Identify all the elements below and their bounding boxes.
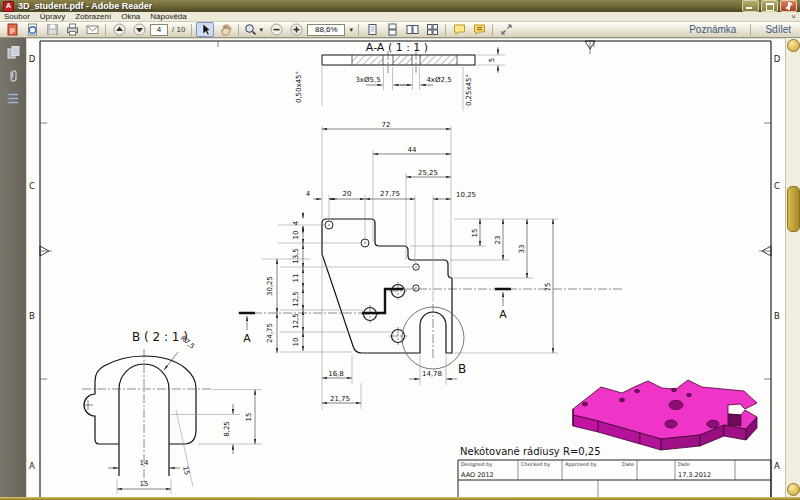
previous-page-button[interactable] (110, 22, 128, 37)
collaborate-button[interactable] (23, 22, 41, 37)
bookmarks-button[interactable] (4, 90, 22, 106)
bookmarks-icon (6, 91, 21, 106)
adobe-reader-window: A 3D_student.pdf - Adobe Reader Soubor Ú… (0, 0, 800, 500)
continuous-icon (386, 23, 399, 36)
dim-3025: 30,25 (266, 276, 274, 296)
approved-by-label: Approved by (565, 461, 597, 468)
zoom-out-icon (270, 23, 283, 36)
attachments-button[interactable] (4, 67, 22, 83)
markup-bubble-icon (473, 23, 486, 36)
restore-button[interactable] (761, 0, 778, 12)
email-button[interactable] (83, 22, 101, 37)
dim-20: 20 (343, 190, 352, 198)
zone-letter: B (774, 311, 780, 321)
dim-2775: 27,75 (380, 190, 400, 198)
select-tool-button[interactable] (196, 22, 214, 37)
document-area: D C B A D C B A A-A ( 1 : 1 ) (0, 38, 800, 500)
collaborate-icon (26, 23, 39, 36)
section-view-title: A-A ( 1 : 1 ) (366, 41, 428, 54)
print-icon (66, 23, 79, 36)
page-up-icon (113, 23, 126, 36)
zone-letter: C (29, 181, 35, 191)
hand-tool-button[interactable] (216, 22, 234, 37)
menu-napoveda[interactable]: Nápověda (150, 12, 186, 21)
next-page-button[interactable] (130, 22, 148, 37)
zoom-loupe-icon (244, 23, 257, 36)
menu-okna[interactable]: Okna (121, 12, 140, 21)
dim-15-outer: 15 (140, 480, 149, 488)
dim-chain-11: 11 (292, 274, 300, 283)
dim-2175: 21,75 (330, 395, 350, 403)
drawing-note: Nekótované rádiusy R=0,25 (460, 446, 601, 457)
zoom-tool-dropdown-icon: ▼ (258, 27, 264, 33)
dim-right-15: 15 (471, 229, 479, 238)
dim-1478: 14,78 (422, 370, 442, 378)
dim-chain-4: 4 (292, 220, 300, 225)
zone-letter: C (774, 181, 780, 191)
zoom-out-button[interactable] (267, 22, 285, 37)
select-tool-icon (199, 23, 212, 36)
dim-15-height: 15 (245, 413, 253, 422)
zone-letter: A (774, 461, 780, 471)
scrollbar-thumb[interactable] (787, 186, 800, 232)
dim-14: 14 (140, 459, 149, 467)
menu-zobrazeni[interactable]: Zobrazení (75, 12, 111, 21)
attachments-icon (6, 68, 21, 83)
scroll-down-icon[interactable] (787, 483, 800, 496)
menu-soubor[interactable]: Soubor (4, 12, 30, 21)
adobe-reader-app-icon: A (3, 1, 14, 12)
sdilet-button[interactable]: Sdílet (759, 24, 797, 35)
page-down-icon (133, 23, 146, 36)
dim-thickness: 5 (488, 58, 496, 62)
page-number-input[interactable]: 4 (150, 24, 168, 36)
zoom-level-input[interactable]: 88,6% (307, 24, 345, 36)
page-thumbnails-icon (6, 45, 21, 60)
dim-1025: 10,25 (456, 191, 476, 199)
dim-right-33: 33 (518, 245, 526, 254)
poznamka-button[interactable]: Poznámka (683, 24, 742, 35)
page-thumbnails-button[interactable] (4, 44, 22, 60)
dim-chain-10: 10 (292, 231, 300, 240)
zoom-level-dropdown-icon[interactable]: ▼ (348, 27, 354, 33)
four-up-view-button[interactable] (423, 22, 441, 37)
print-button[interactable] (63, 22, 81, 37)
pdf-page: D C B A D C B A A-A ( 1 : 1 ) (0, 38, 800, 500)
zone-letter: B (29, 311, 35, 321)
close-button[interactable] (780, 0, 797, 12)
continuous-view-button[interactable] (383, 22, 401, 37)
dim-chain-125b: 12,5 (292, 313, 300, 329)
vertical-scrollbar[interactable] (785, 38, 800, 497)
zone-letter: A (29, 461, 35, 471)
save-button[interactable] (43, 22, 61, 37)
scroll-up-icon[interactable] (787, 39, 800, 52)
dim-44: 44 (408, 146, 417, 154)
dim-chain-125a: 12,5 (292, 291, 300, 307)
markup-button[interactable] (470, 22, 488, 37)
create-pdf-button[interactable] (3, 22, 21, 37)
zoom-in-button[interactable] (287, 22, 305, 37)
four-up-icon (426, 23, 439, 36)
fullscreen-button[interactable] (497, 22, 515, 37)
expand-icon (500, 23, 513, 36)
dim-168: 16,8 (328, 370, 344, 378)
checked-by-label: Checked by (521, 461, 550, 468)
dim-4: 4 (306, 190, 311, 198)
dim-72: 72 (382, 121, 391, 129)
comment-button[interactable] (450, 22, 468, 37)
dim-2475: 24,75 (266, 323, 274, 343)
title-bar: A 3D_student.pdf - Adobe Reader (0, 0, 800, 12)
window-title: 3D_student.pdf - Adobe Reader (18, 1, 742, 11)
single-page-view-button[interactable] (363, 22, 381, 37)
dim-chamfer-right: 0,25x45° (465, 74, 473, 106)
save-icon (46, 23, 59, 36)
menu-upravy[interactable]: Úpravy (40, 12, 65, 21)
two-up-view-button[interactable] (403, 22, 421, 37)
dim-holes-large: 3xØ5,5 (355, 76, 380, 84)
dim-825: 8,25 (223, 421, 231, 437)
dim-holes-small: 4xØ2,5 (426, 76, 451, 84)
email-icon (86, 23, 99, 36)
minimize-button[interactable] (742, 0, 759, 12)
date2-label: Date (678, 461, 690, 467)
zoom-marquee-button[interactable]: ▼ (243, 22, 265, 37)
menubar-close-icon[interactable]: × (791, 13, 796, 21)
